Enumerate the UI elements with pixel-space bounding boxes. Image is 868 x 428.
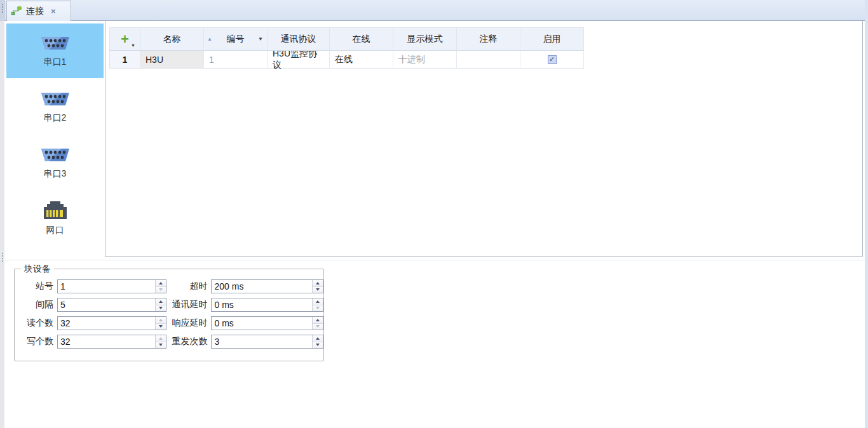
interval-spinner: [155, 298, 166, 311]
enabled-checkbox[interactable]: ✓: [548, 55, 557, 64]
station-input[interactable]: [57, 279, 166, 293]
col-header-protocol[interactable]: 通讯协议: [268, 28, 330, 51]
cell-comment[interactable]: [457, 51, 520, 69]
spin-down-button[interactable]: [156, 287, 166, 293]
comm-delay-input[interactable]: [211, 298, 323, 312]
check-icon: ✓: [549, 56, 555, 63]
retry-count-spinner: [312, 335, 323, 348]
retry-count-field: [211, 335, 323, 349]
write-count-label: 写个数: [22, 336, 53, 347]
col-header-label: 通讯协议: [281, 34, 316, 45]
spin-down-button[interactable]: [313, 287, 323, 293]
filter-dropdown-icon[interactable]: ▼: [258, 36, 263, 42]
form-row: 间隔 通讯延时: [15, 298, 323, 312]
spin-up-button[interactable]: [313, 298, 323, 305]
block-device-groupbox: 块设备 站号 超时: [14, 269, 324, 361]
sidebar-item-label: 网口: [46, 225, 64, 236]
station-label: 站号: [22, 281, 53, 292]
write-count-input[interactable]: [57, 335, 166, 349]
ethernet-port-icon: [42, 201, 69, 220]
col-header-label: 编号: [227, 34, 245, 45]
spin-down-button[interactable]: [156, 305, 166, 312]
interval-field: [57, 298, 166, 312]
col-header-comment[interactable]: 注释: [457, 28, 520, 51]
cell-protocol[interactable]: H3U监控协议: [268, 51, 330, 69]
sidebar-item-ethernet-port[interactable]: 网口: [6, 191, 104, 246]
col-header-online[interactable]: 在线: [330, 28, 393, 51]
tab-label: 连接: [26, 6, 44, 17]
close-icon[interactable]: ×: [51, 6, 56, 16]
read-count-label: 读个数: [22, 318, 53, 329]
spin-up-button[interactable]: [313, 280, 323, 287]
tab-connection[interactable]: 连接 ×: [6, 1, 71, 21]
read-count-spinner: [155, 317, 166, 330]
spin-down-button[interactable]: [156, 324, 166, 330]
comm-delay-field: [211, 298, 323, 312]
write-count-field: [57, 335, 166, 349]
add-row-header-cell: + ▼: [110, 28, 140, 51]
cell-enabled: ✓: [520, 51, 584, 69]
col-header-display-mode[interactable]: 显示模式: [393, 28, 457, 51]
sidebar-item-serial-port-3[interactable]: 串口3: [6, 135, 104, 190]
serial-port-icon: [41, 90, 70, 107]
retry-count-label: 重发次数: [169, 336, 208, 347]
response-delay-spinner: [312, 317, 323, 330]
cell-online[interactable]: 在线: [330, 51, 393, 69]
timeout-field: [211, 279, 323, 293]
spin-up-button[interactable]: [156, 317, 166, 324]
interval-label: 间隔: [22, 299, 53, 311]
cell-name[interactable]: H3U: [140, 51, 204, 69]
row-index-cell[interactable]: 1: [110, 51, 140, 69]
response-delay-label: 响应延时: [169, 318, 208, 329]
col-header-label: 名称: [163, 34, 181, 45]
col-header-label: 启用: [543, 34, 561, 45]
sidebar-item-serial-port-1[interactable]: 串口1: [6, 23, 104, 78]
col-header-label: 显示模式: [407, 34, 443, 45]
spin-down-button[interactable]: [156, 342, 166, 349]
timeout-input[interactable]: [211, 279, 323, 293]
form-row: 写个数 重发次数: [15, 335, 323, 349]
add-row-button[interactable]: +: [121, 33, 129, 46]
sidebar-item-label: 串口2: [44, 112, 67, 124]
application-window: 连接 × 串口1: [0, 0, 868, 428]
form-row: 读个数 响应延时: [15, 316, 323, 330]
spin-up-button[interactable]: [156, 335, 166, 342]
timeout-label: 超时: [169, 281, 208, 292]
spin-down-button[interactable]: [313, 342, 323, 349]
spin-down-button[interactable]: [313, 324, 323, 330]
col-header-name[interactable]: 名称: [140, 28, 204, 51]
retry-count-input[interactable]: [211, 335, 323, 349]
station-spinner: [155, 280, 166, 293]
interval-input[interactable]: [57, 298, 166, 312]
left-dock-strip: [0, 0, 5, 428]
port-sidebar: 串口1 串口2: [6, 21, 104, 258]
serial-port-icon: [41, 34, 70, 51]
read-count-field: [57, 316, 166, 330]
connection-table: + ▼ 名称 ▲ 编号 ▼ 通讯协议 在线 显示模式 注释: [109, 27, 584, 69]
sidebar-item-serial-port-2[interactable]: 串口2: [6, 79, 104, 134]
read-count-input[interactable]: [57, 316, 166, 330]
cell-display-mode[interactable]: 十进制: [393, 51, 457, 69]
sort-ascending-icon[interactable]: ▲: [207, 36, 212, 42]
station-field: [57, 279, 166, 293]
dock-grip-handle[interactable]: [2, 253, 3, 262]
col-header-number[interactable]: ▲ 编号 ▼: [204, 28, 268, 51]
col-header-label: 在线: [353, 34, 370, 45]
col-header-enabled[interactable]: 启用: [520, 28, 584, 51]
cell-number[interactable]: 1: [204, 51, 268, 69]
connection-icon: [11, 6, 22, 16]
spin-up-button[interactable]: [313, 317, 323, 324]
spin-up-button[interactable]: [313, 335, 323, 342]
form-row: 站号 超时: [15, 279, 323, 293]
spin-up-button[interactable]: [156, 298, 166, 305]
col-header-label: 注释: [480, 34, 498, 45]
response-delay-input[interactable]: [211, 316, 323, 330]
spin-down-button[interactable]: [313, 305, 323, 312]
connection-table-panel: + ▼ 名称 ▲ 编号 ▼ 通讯协议 在线 显示模式 注释: [105, 21, 863, 257]
dock-grip-handle[interactable]: [2, 4, 3, 13]
sidebar-item-label: 串口1: [44, 57, 67, 68]
groupbox-title: 块设备: [21, 264, 54, 275]
comm-delay-label: 通讯延时: [169, 299, 208, 311]
spin-up-button[interactable]: [156, 280, 166, 287]
add-menu-dropdown-icon[interactable]: ▼: [131, 43, 135, 48]
